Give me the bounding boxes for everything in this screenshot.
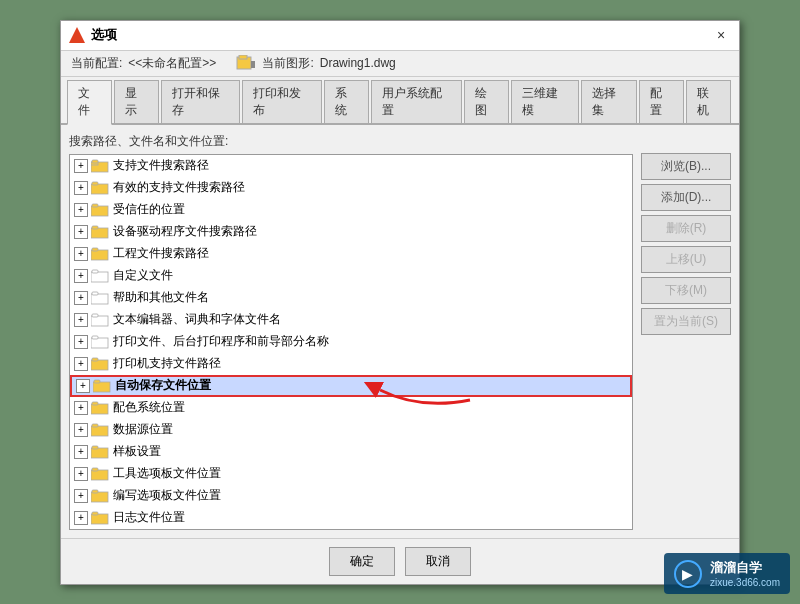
- expand-5[interactable]: +: [74, 269, 88, 283]
- tree-item-3[interactable]: + 设备驱动程序文件搜索路径: [70, 221, 632, 243]
- tab-user-config[interactable]: 用户系统配置: [371, 80, 462, 123]
- tree-item-16[interactable]: + 日志文件位置: [70, 507, 632, 529]
- watermark: ▶ 溜溜自学 zixue.3d66.com: [664, 553, 790, 594]
- expand-4[interactable]: +: [74, 247, 88, 261]
- expand-1[interactable]: +: [74, 181, 88, 195]
- tab-drawing[interactable]: 绘图: [464, 80, 509, 123]
- tree-item-4[interactable]: + 工程文件搜索路径: [70, 243, 632, 265]
- expand-7[interactable]: +: [74, 313, 88, 327]
- tree-item-15[interactable]: + 编写选项板文件位置: [70, 485, 632, 507]
- tree-item-6[interactable]: + 帮助和其他文件名: [70, 287, 632, 309]
- move-up-button[interactable]: 上移(U): [641, 246, 731, 273]
- cancel-button[interactable]: 取消: [405, 547, 471, 576]
- tab-print-publish[interactable]: 打印和发布: [242, 80, 321, 123]
- tree-item-14[interactable]: + 工具选项板文件位置: [70, 463, 632, 485]
- expand-9[interactable]: +: [74, 357, 88, 371]
- browse-button[interactable]: 浏览(B)...: [641, 153, 731, 180]
- folder-icon-12: [91, 423, 109, 437]
- svg-rect-31: [92, 446, 98, 449]
- svg-rect-25: [94, 380, 100, 383]
- tab-display[interactable]: 显示: [114, 80, 159, 123]
- add-button[interactable]: 添加(D)...: [641, 184, 731, 211]
- svg-rect-8: [91, 206, 108, 216]
- folder-icon-7: [91, 313, 109, 327]
- tab-config[interactable]: 配置: [639, 80, 684, 123]
- svg-rect-27: [92, 402, 98, 405]
- tree-item-12[interactable]: + 数据源位置: [70, 419, 632, 441]
- watermark-site: zixue.3d66.com: [710, 577, 780, 588]
- title-bar-left: 选项: [69, 26, 117, 44]
- expand-6[interactable]: +: [74, 291, 88, 305]
- tree-label-2: 受信任的位置: [113, 201, 185, 218]
- tree-label-5: 自定义文件: [113, 267, 173, 284]
- folder-icon-10: [93, 379, 111, 393]
- tree-label-4: 工程文件搜索路径: [113, 245, 209, 262]
- tree-item-11[interactable]: + 配色系统位置: [70, 397, 632, 419]
- expand-13[interactable]: +: [74, 445, 88, 459]
- expand-3[interactable]: +: [74, 225, 88, 239]
- expand-10[interactable]: +: [76, 379, 90, 393]
- svg-rect-22: [91, 360, 108, 370]
- tree-item-2[interactable]: + 受信任的位置: [70, 199, 632, 221]
- tree-item-7[interactable]: + 文本编辑器、词典和字体文件名: [70, 309, 632, 331]
- tree-item-1[interactable]: + 有效的支持文件搜索路径: [70, 177, 632, 199]
- tab-file[interactable]: 文件: [67, 80, 112, 125]
- expand-15[interactable]: +: [74, 489, 88, 503]
- tree-container[interactable]: + 支持文件搜索路径 + 有效的支持文件搜索路径 +: [69, 154, 633, 530]
- expand-8[interactable]: +: [74, 335, 88, 349]
- expand-14[interactable]: +: [74, 467, 88, 481]
- tree-label-16: 日志文件位置: [113, 509, 185, 526]
- svg-rect-17: [92, 292, 98, 295]
- tree-item-0[interactable]: + 支持文件搜索路径: [70, 155, 632, 177]
- ok-button[interactable]: 确定: [329, 547, 395, 576]
- tree-label-9: 打印机支持文件路径: [113, 355, 221, 372]
- expand-16[interactable]: +: [74, 511, 88, 525]
- svg-rect-32: [91, 470, 108, 480]
- folder-icon-14: [91, 467, 109, 481]
- expand-11[interactable]: +: [74, 401, 88, 415]
- folder-icon-5: [91, 269, 109, 283]
- folder-icon-9: [91, 357, 109, 371]
- tab-select[interactable]: 选择集: [581, 80, 637, 123]
- tree-item-10[interactable]: + 自动保存文件位置: [70, 375, 632, 397]
- folder-icon-11: [91, 401, 109, 415]
- svg-rect-1: [239, 55, 247, 59]
- move-down-button[interactable]: 下移(M): [641, 277, 731, 304]
- tree-label-1: 有效的支持文件搜索路径: [113, 179, 245, 196]
- section-title: 搜索路径、文件名和文件位置:: [69, 133, 633, 150]
- svg-rect-2: [251, 61, 255, 68]
- tree-label-3: 设备驱动程序文件搜索路径: [113, 223, 257, 240]
- svg-rect-24: [93, 382, 110, 392]
- svg-rect-35: [92, 490, 98, 493]
- svg-rect-19: [92, 314, 98, 317]
- tab-3d[interactable]: 三维建模: [511, 80, 579, 123]
- svg-rect-23: [92, 358, 98, 361]
- folder-icon-4: [91, 247, 109, 261]
- delete-button[interactable]: 删除(R): [641, 215, 731, 242]
- tree-item-9[interactable]: + 打印机支持文件路径: [70, 353, 632, 375]
- folder-icon-15: [91, 489, 109, 503]
- current-file-label: 当前图形:: [262, 55, 313, 72]
- tree-item-13[interactable]: + 样板设置: [70, 441, 632, 463]
- svg-rect-9: [92, 204, 98, 207]
- svg-rect-30: [91, 448, 108, 458]
- svg-rect-14: [91, 272, 108, 282]
- folder-icon-0: [91, 159, 109, 173]
- tab-online[interactable]: 联机: [686, 80, 731, 123]
- expand-0[interactable]: +: [74, 159, 88, 173]
- expand-2[interactable]: +: [74, 203, 88, 217]
- current-file-value: Drawing1.dwg: [320, 56, 396, 70]
- expand-12[interactable]: +: [74, 423, 88, 437]
- folder-icon-2: [91, 203, 109, 217]
- folder-icon-6: [91, 291, 109, 305]
- tab-system[interactable]: 系统: [324, 80, 369, 123]
- close-button[interactable]: ×: [711, 25, 731, 45]
- footer: 确定 取消: [61, 538, 739, 584]
- tree-item-8[interactable]: + 打印文件、后台打印程序和前导部分名称: [70, 331, 632, 353]
- folder-icon-13: [91, 445, 109, 459]
- watermark-logo: ▶: [674, 560, 702, 588]
- tree-item-5[interactable]: + 自定义文件: [70, 265, 632, 287]
- tab-open-save[interactable]: 打开和保存: [161, 80, 240, 123]
- set-current-button[interactable]: 置为当前(S): [641, 308, 731, 335]
- left-panel: 搜索路径、文件名和文件位置: + 支持文件搜索路径 + 有效的支持文件搜索路径: [69, 133, 633, 530]
